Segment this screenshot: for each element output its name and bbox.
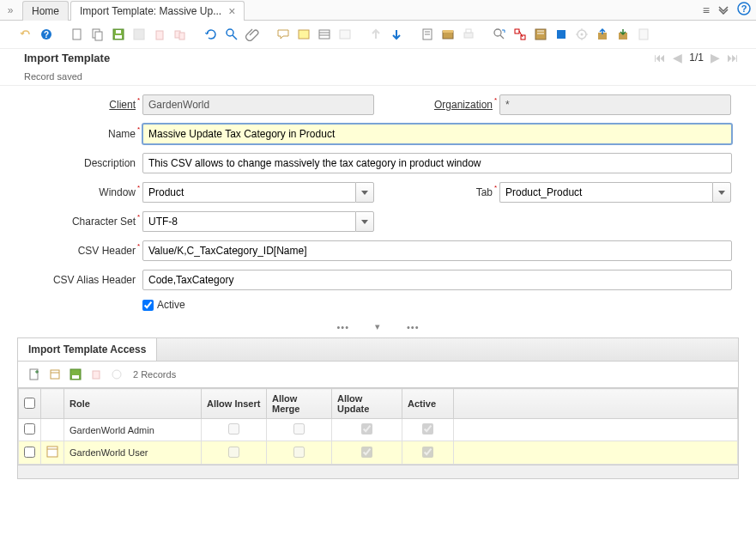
grid-horizontal-scrollbar[interactable]	[17, 465, 739, 479]
pager-first-icon[interactable]: ⏮	[654, 51, 666, 64]
undo-icon[interactable]	[17, 26, 34, 43]
svg-text:?: ?	[44, 30, 49, 40]
combo-window[interactable]	[142, 182, 374, 203]
cell-allowupdate	[361, 447, 372, 458]
detail-new-icon[interactable]	[27, 367, 42, 382]
tab-home[interactable]: Home	[22, 1, 69, 21]
copy-icon[interactable]	[89, 26, 106, 43]
customize-icon[interactable]	[336, 26, 354, 43]
svg-rect-34	[557, 30, 565, 39]
delete-selected-icon[interactable]	[172, 26, 189, 43]
table-row[interactable]: GardenWorld User	[19, 441, 738, 465]
row-select[interactable]	[24, 447, 35, 458]
pager-position: 1/1	[689, 52, 704, 64]
zoom-across-icon[interactable]	[491, 26, 508, 43]
detail-delete-icon[interactable]	[88, 367, 104, 382]
detail-edit-icon[interactable]	[47, 367, 63, 382]
svg-rect-10	[134, 29, 144, 40]
detail-toolbar: 2 Records	[17, 362, 739, 388]
refresh-icon[interactable]	[203, 26, 220, 43]
delete-icon[interactable]	[151, 26, 168, 43]
help-toolbar-icon[interactable]: ?	[38, 26, 55, 43]
col-role[interactable]: Role	[64, 389, 202, 419]
svg-rect-20	[340, 30, 350, 39]
pager-prev-icon[interactable]: ◀	[673, 51, 682, 64]
tab-current[interactable]: Import Template: Massive Up... ×	[70, 1, 245, 21]
col-allowinsert[interactable]: Allow Insert	[202, 389, 267, 419]
parent-icon[interactable]	[367, 26, 384, 43]
report-icon[interactable]	[419, 26, 436, 43]
menu-icon[interactable]: ≡	[703, 3, 710, 17]
label-client[interactable]: Client	[24, 99, 136, 111]
field-csvalias[interactable]	[142, 270, 732, 290]
cell-allowinsert	[228, 447, 239, 458]
detail-save-icon[interactable]	[68, 367, 83, 382]
print-icon[interactable]	[460, 26, 477, 43]
splitter-up-icon[interactable]: •••	[336, 322, 349, 332]
splitter-collapse-icon[interactable]: ▾	[375, 321, 381, 332]
field-tab[interactable]	[499, 182, 712, 203]
label-window: Window	[24, 186, 136, 198]
field-description[interactable]	[142, 153, 732, 173]
label-charset: Character Set	[24, 216, 136, 228]
active-wf-icon[interactable]	[511, 26, 529, 43]
col-allowupdate[interactable]: Allow Update	[332, 389, 402, 419]
combo-window-btn[interactable]	[355, 182, 374, 203]
save-icon[interactable]	[110, 26, 127, 43]
field-window[interactable]	[142, 182, 355, 203]
csv-icon[interactable]	[635, 26, 652, 43]
tab-close-icon[interactable]: ×	[228, 5, 235, 17]
checkbox-active[interactable]	[142, 300, 154, 311]
request-icon[interactable]	[532, 26, 549, 43]
combo-tab[interactable]	[499, 182, 731, 203]
chat-icon[interactable]	[275, 26, 292, 43]
combo-charset[interactable]	[142, 211, 374, 232]
help-icon[interactable]: ?	[737, 2, 751, 18]
grid-toggle-icon[interactable]	[316, 26, 333, 43]
table-row[interactable]: GardenWorld Admin	[19, 419, 738, 441]
svg-line-29	[500, 35, 504, 39]
current-row-icon	[46, 446, 58, 458]
label-organization[interactable]: Organization	[407, 99, 493, 111]
combo-charset-btn[interactable]	[355, 211, 374, 232]
export-icon[interactable]	[594, 26, 611, 43]
main-toolbar: ?	[0, 21, 756, 49]
new-icon[interactable]	[69, 26, 86, 43]
process-icon[interactable]	[573, 26, 590, 43]
expand-menu-icon[interactable]: »	[3, 3, 17, 17]
svg-rect-26	[464, 33, 473, 38]
pager-last-icon[interactable]: ⏭	[727, 51, 739, 64]
detail-process-icon[interactable]	[109, 367, 124, 382]
svg-rect-17	[319, 30, 330, 39]
note-icon[interactable]	[295, 26, 312, 43]
splitter-down-icon[interactable]: •••	[407, 322, 420, 332]
svg-rect-25	[443, 30, 453, 33]
product-info-icon[interactable]	[553, 26, 570, 43]
svg-rect-9	[116, 30, 121, 33]
detail-icon[interactable]	[388, 26, 405, 43]
combo-tab-btn[interactable]	[712, 182, 731, 203]
field-name[interactable]	[142, 124, 732, 144]
field-csvheader[interactable]	[142, 240, 732, 261]
col-active[interactable]: Active	[402, 389, 454, 419]
col-allowmerge[interactable]: Allow Merge	[267, 389, 332, 419]
svg-rect-27	[466, 29, 471, 33]
svg-text:?: ?	[741, 3, 747, 14]
import-file-icon[interactable]	[614, 26, 632, 43]
save-create-icon[interactable]	[130, 26, 148, 43]
svg-rect-48	[72, 375, 79, 379]
form-panel: Client Organization Name Description Win…	[0, 86, 756, 319]
attachment-icon[interactable]	[244, 26, 261, 43]
field-charset[interactable]	[142, 211, 355, 232]
lookup-icon[interactable]	[223, 26, 240, 43]
label-tab: Tab	[407, 186, 493, 198]
detail-tab-access[interactable]: Import Template Access	[18, 338, 157, 361]
archive-icon[interactable]	[439, 26, 457, 43]
grid-select-all[interactable]	[24, 398, 35, 409]
row-select[interactable]	[24, 423, 35, 435]
pager-next-icon[interactable]: ▶	[711, 51, 720, 64]
svg-rect-8	[115, 35, 122, 39]
svg-rect-49	[93, 371, 100, 379]
chevron-down-icon[interactable]	[718, 3, 729, 17]
field-organization	[499, 94, 731, 115]
